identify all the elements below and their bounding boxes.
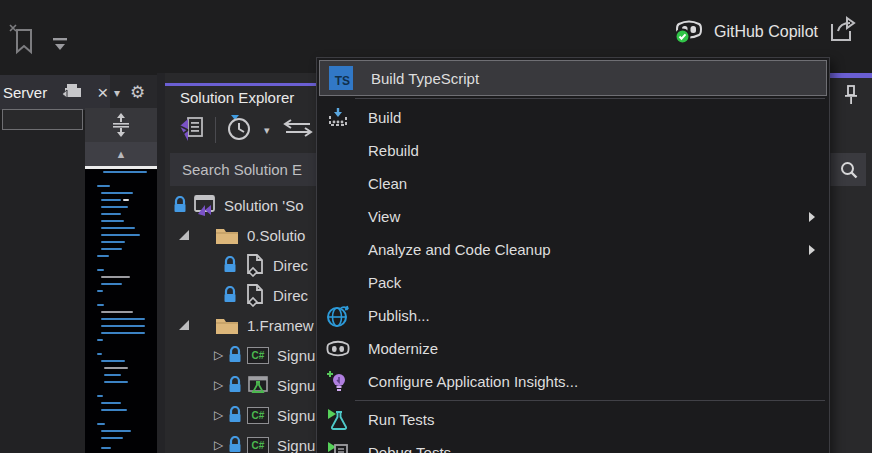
lock-icon: [222, 256, 238, 274]
server-filter-input[interactable]: [2, 109, 83, 130]
folder-icon: [215, 226, 239, 245]
vs-window: GitHub Copilot Server × ▾ ⚙: [0, 0, 872, 453]
lock-icon: [172, 196, 188, 214]
menu-separator: [355, 98, 825, 99]
toolbar-overflow-icon[interactable]: [50, 36, 70, 56]
build-icon: [326, 106, 350, 130]
folder-icon: [215, 316, 239, 335]
toolbar-separator: [215, 117, 216, 143]
menu-item-build[interactable]: Build: [317, 101, 829, 134]
solution-icon: [192, 194, 216, 216]
menu-item-modernize[interactable]: Modernize: [317, 332, 829, 365]
submenu-arrow-icon: [809, 212, 815, 222]
splitter-icon[interactable]: [85, 108, 157, 142]
panel-accent-border: [830, 73, 872, 78]
menu-item-rebuild[interactable]: Rebuild: [317, 134, 829, 167]
expander-collapsed-icon[interactable]: ▷: [214, 380, 221, 391]
lock-icon: [227, 436, 243, 453]
pin-icon[interactable]: [843, 84, 859, 110]
publish-globe-icon: [326, 304, 350, 328]
tree-label: Solution 'So: [224, 197, 304, 214]
tree-label: Signu: [277, 377, 315, 394]
test-project-icon: [247, 376, 269, 395]
menu-item-configure-application-insights[interactable]: Configure Application Insights...: [317, 365, 829, 398]
scroll-up-icon[interactable]: ▲: [85, 142, 157, 166]
typescript-icon: TS: [329, 66, 353, 90]
menu-item-clean[interactable]: Clean: [317, 167, 829, 200]
dropdown-icon[interactable]: ▾: [114, 86, 120, 100]
copilot-status[interactable]: GitHub Copilot: [674, 16, 858, 48]
expander-collapsed-icon[interactable]: ▷: [214, 350, 221, 361]
submenu-arrow-icon: [809, 245, 815, 255]
expander-collapsed-icon[interactable]: ▷: [214, 410, 221, 421]
tree-label: Signu: [277, 347, 315, 364]
server-tab-label: Server: [3, 84, 47, 101]
close-icon[interactable]: ×: [97, 86, 108, 100]
solution-explorer-title: Solution Explorer: [180, 89, 294, 106]
tree-label: 0.Solutio: [247, 227, 305, 244]
expander-expanded-icon[interactable]: [179, 230, 189, 240]
gear-icon[interactable]: ⚙: [130, 82, 145, 103]
pending-filter-clock-icon[interactable]: [225, 113, 255, 147]
menu-item-analyze-and-code-cleanup[interactable]: Analyze and Code Cleanup: [317, 233, 829, 266]
props-file-icon: [243, 283, 265, 307]
expander-expanded-icon[interactable]: [179, 320, 189, 330]
panel-divider[interactable]: [157, 73, 165, 453]
app-insights-bulb-icon: [326, 370, 350, 394]
debug-tests-icon: [326, 441, 350, 453]
menu-item-pack[interactable]: Pack: [317, 266, 829, 299]
csharp-project-icon: C#: [247, 437, 269, 453]
lock-icon: [227, 376, 243, 394]
tree-label: Signu: [277, 437, 315, 453]
tree-label: Signu: [277, 407, 315, 424]
server-panel-body: [0, 130, 85, 453]
switch-views-icon[interactable]: [178, 114, 206, 146]
menu-item-debug-tests[interactable]: Debug Tests: [317, 436, 829, 453]
solution-explorer-toolbar: ▾: [178, 114, 313, 146]
share-icon[interactable]: [828, 16, 858, 48]
run-tests-flask-icon: [326, 408, 350, 432]
lock-icon: [222, 286, 238, 304]
code-minimap[interactable]: [85, 169, 157, 453]
lock-icon: [227, 346, 243, 364]
panel-accent-border: [165, 83, 316, 86]
lock-icon: [227, 406, 243, 424]
search-icon[interactable]: [831, 153, 866, 186]
expander-collapsed-icon[interactable]: ▷: [214, 440, 221, 451]
csharp-project-icon: C#: [247, 347, 269, 364]
menu-separator: [355, 400, 825, 401]
menu-item-run-tests[interactable]: Run Tests: [317, 403, 829, 436]
copilot-robot-icon: [326, 337, 350, 361]
server-connect-icon[interactable]: [61, 82, 83, 104]
copilot-label: GitHub Copilot: [714, 23, 818, 41]
context-menu: TS Build TypeScript Build Rebuild: [316, 57, 830, 453]
menu-item-publish[interactable]: Publish...: [317, 299, 829, 332]
tree-label: 1.Framew: [247, 317, 314, 334]
sync-active-document-icon[interactable]: [283, 117, 313, 143]
copilot-status-icon: [674, 15, 704, 49]
server-tab[interactable]: Server ×: [0, 75, 110, 110]
csharp-project-icon: C#: [247, 407, 269, 424]
bookmark-delete-icon[interactable]: [8, 22, 38, 60]
props-file-icon: [243, 253, 265, 277]
tree-label: Direc: [273, 287, 308, 304]
filter-dropdown-icon[interactable]: ▾: [264, 124, 270, 137]
tree-label: Direc: [273, 257, 308, 274]
menu-item-build-typescript[interactable]: TS Build TypeScript: [319, 60, 827, 96]
menu-item-view[interactable]: View: [317, 200, 829, 233]
